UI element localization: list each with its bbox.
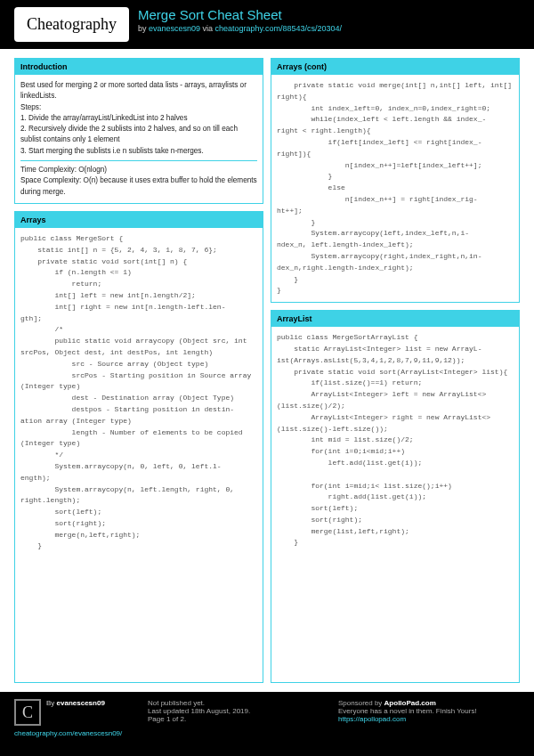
intro-s2: 2. Recursively divide the 2 sublists int…: [20, 124, 257, 146]
footer-not-published: Not published yet.: [148, 699, 329, 707]
intro-tc: Time Complexity: O(nlogn): [20, 165, 257, 175]
byline-via: via: [200, 24, 215, 33]
footer-author-col: C By evanescesn09 cheatography.com/evane…: [14, 699, 139, 752]
arrays-code: public class MergeSort { static int[] n …: [20, 233, 257, 552]
byline-by: by: [138, 24, 149, 33]
footer-logo-icon: C: [14, 699, 41, 726]
footer-sponsored-by: Sponsored by: [338, 699, 384, 707]
cheat-url-link[interactable]: cheatography.com/88543/cs/20304/: [215, 24, 342, 33]
intro-box: Introduction Best used for merging 2 or …: [14, 58, 263, 204]
arraylist-header: ArrayList: [271, 311, 519, 327]
intro-s1: 1. Divide the array/arrayList/LinkedList…: [20, 113, 257, 124]
footer-sponsor-tag: Everyone has a novel in them. Finish You…: [338, 707, 520, 715]
byline: by evanescesn09 via cheatography.com/885…: [138, 24, 534, 33]
title-block: Merge Sort Cheat Sheet by evanescesn09 v…: [138, 0, 534, 49]
arraylist-code: public class MergeSortArrayList { static…: [277, 332, 514, 549]
intro-header: Introduction: [15, 59, 263, 75]
footer-meta-col: Not published yet. Last updated 18th Aug…: [148, 699, 329, 752]
intro-p2: Steps:: [20, 102, 257, 113]
arrays-body: public class MergeSort { static int[] n …: [15, 228, 263, 557]
arrays-cont-code: private static void merge(int[] n,int[] …: [277, 80, 514, 297]
arrays-box: Arrays public class MergeSort { static i…: [14, 211, 263, 683]
arraylist-box: ArrayList public class MergeSortArrayLis…: [271, 310, 520, 683]
intro-sc: Space Complexity: O(n) because it uses e…: [20, 175, 257, 198]
arrays-header: Arrays: [15, 212, 263, 228]
arraylist-body: public class MergeSortArrayList { static…: [271, 327, 519, 554]
footer-by-label: By: [46, 699, 57, 707]
intro-p1: Best used for merging 2 or more sorted d…: [20, 80, 257, 102]
footer-author: evanescesn09: [57, 699, 105, 707]
intro-body: Best used for merging 2 or more sorted d…: [15, 75, 263, 203]
left-column: Introduction Best used for merging 2 or …: [14, 58, 263, 683]
author-link[interactable]: evanescesn09: [149, 24, 200, 33]
footer-author-url[interactable]: cheatography.com/evanescesn09/: [14, 729, 122, 737]
right-column: Arrays (cont) private static void merge(…: [271, 58, 520, 683]
footer-sponsor: ApolloPad.com: [384, 699, 436, 707]
header-bar: Cheatography Merge Sort Cheat Sheet by e…: [0, 0, 534, 49]
footer-bar: C By evanescesn09 cheatography.com/evane…: [0, 692, 534, 756]
footer-sponsor-url[interactable]: https://apollopad.com: [338, 715, 406, 723]
footer-last-updated: Last updated 18th August, 2019.: [148, 707, 329, 715]
divider: [20, 160, 257, 161]
intro-s3: 3. Start merging the sublists i.e n subl…: [20, 146, 257, 157]
arrays-cont-box: Arrays (cont) private static void merge(…: [271, 58, 520, 303]
page-title: Merge Sort Cheat Sheet: [138, 7, 534, 22]
arrays-cont-header: Arrays (cont): [271, 59, 519, 75]
footer-page: Page 1 of 2.: [148, 715, 329, 723]
logo: Cheatography: [14, 7, 129, 42]
arrays-cont-body: private static void merge(int[] n,int[] …: [271, 75, 519, 302]
content-area: Introduction Best used for merging 2 or …: [0, 49, 534, 692]
footer-sponsor-col: Sponsored by ApolloPad.com Everyone has …: [338, 699, 520, 752]
